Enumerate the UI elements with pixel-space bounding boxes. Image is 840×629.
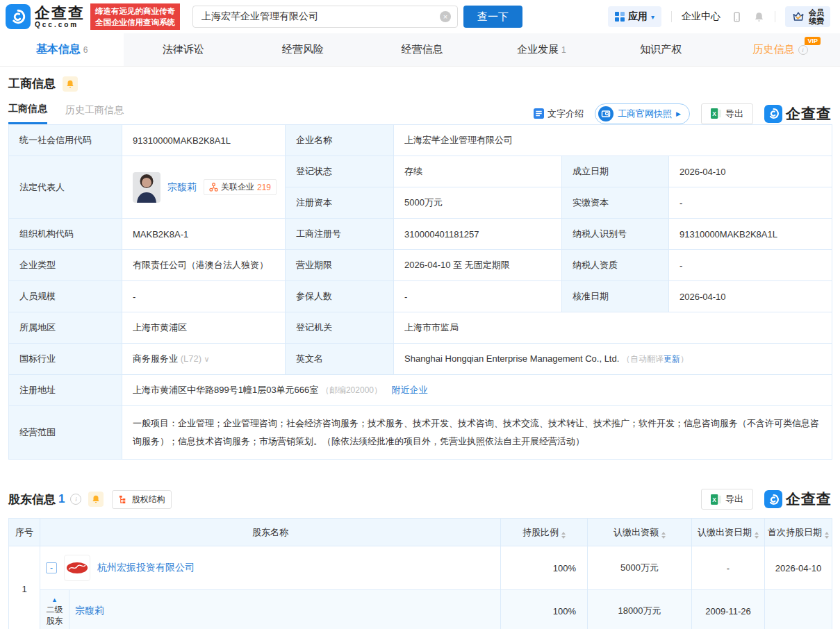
field-value-taxpayer-qual: - bbox=[669, 250, 832, 281]
field-label-en-name: 英文名 bbox=[286, 344, 394, 375]
amount-cell: 18000万元 bbox=[588, 590, 692, 629]
sort-icon bbox=[755, 532, 759, 539]
tier-collapse-toggle[interactable]: ▲ 二级 股东 bbox=[40, 590, 69, 629]
field-label-taxpayer-id: 纳税人识别号 bbox=[562, 219, 669, 250]
sort-icon bbox=[661, 532, 666, 539]
search-button[interactable]: 查一下 bbox=[463, 6, 522, 28]
info-icon: i bbox=[70, 494, 81, 505]
mobile-app-icon[interactable] bbox=[730, 10, 743, 23]
play-icon: ▶ bbox=[676, 110, 681, 117]
col-header-index: 序号 bbox=[9, 519, 40, 546]
org-chart-icon bbox=[209, 183, 218, 192]
date-cell: - bbox=[692, 546, 765, 590]
collapse-toggle[interactable]: - bbox=[46, 562, 57, 573]
brand-name: 企查查 bbox=[35, 6, 85, 21]
tab-legal-litigation[interactable]: 法律诉讼 bbox=[124, 33, 243, 66]
divider bbox=[775, 11, 775, 22]
equity-structure-button[interactable]: 股权结构 bbox=[112, 490, 172, 509]
monitor-bell-icon[interactable] bbox=[88, 492, 104, 507]
field-value-est-date: 2026-04-10 bbox=[669, 156, 832, 187]
field-value-taxpayer-id: 91310000MAKB2K8A1L bbox=[669, 219, 832, 250]
excel-icon: X bbox=[711, 494, 721, 505]
equity-chart-icon bbox=[119, 495, 128, 504]
field-value-paid-capital: - bbox=[669, 187, 832, 219]
col-header-amount[interactable]: 认缴出资额 bbox=[588, 519, 692, 546]
first-date-cell: 2026-04-10 bbox=[765, 546, 832, 590]
field-label-insured: 参保人数 bbox=[286, 281, 394, 312]
legal-rep-link[interactable]: 宗馥莉 bbox=[167, 181, 197, 194]
notification-bell-icon[interactable] bbox=[752, 10, 765, 23]
text-intro-button[interactable]: 文字介绍 bbox=[534, 108, 584, 120]
field-value-usci: 91310000MAKB2K8A1L bbox=[122, 125, 286, 156]
subtab-business-info[interactable]: 工商信息 bbox=[8, 103, 47, 124]
shareholder-name-cell: - 杭州宏振投资有限公司 bbox=[40, 546, 501, 590]
tab-count: 6 bbox=[83, 45, 88, 55]
shareholder-person-link[interactable]: 宗馥莉 bbox=[75, 605, 104, 617]
shareholder-sub-row: ▲ 二级 股东 宗馥莉 100% 18000万元 2009-11-26 bbox=[9, 590, 832, 629]
vip-badge: VIP bbox=[805, 37, 821, 45]
field-label-address: 注册地址 bbox=[9, 375, 122, 406]
field-value-reg-no: 310000401181257 bbox=[394, 219, 562, 250]
qcc-logo[interactable]: 企查查 Qcc.com bbox=[6, 4, 85, 29]
col-header-name: 股东名称 bbox=[40, 519, 501, 546]
field-value-address: 上海市黄浦区中华路899号1幢1层03单元666室 （邮编202000） 附近企… bbox=[122, 375, 832, 406]
svg-text:X: X bbox=[712, 496, 716, 503]
col-header-date[interactable]: 认缴出资日期 bbox=[692, 519, 765, 546]
clear-search-icon[interactable]: × bbox=[440, 11, 451, 22]
slogan-banner: 缔造有远见的商业传奇 全国企业信用查询系统 bbox=[90, 3, 180, 30]
tab-intellectual-property[interactable]: 知识产权 bbox=[601, 33, 720, 66]
export-button[interactable]: X 导出 bbox=[701, 103, 753, 124]
field-value-approval-date: 2026-04-10 bbox=[669, 281, 832, 312]
qcc-logo-icon bbox=[764, 105, 782, 123]
divider bbox=[671, 11, 672, 22]
first-date-cell bbox=[765, 590, 832, 629]
export-button[interactable]: X 导出 bbox=[701, 489, 753, 510]
tab-operation-info[interactable]: 经营信息 bbox=[363, 33, 482, 66]
official-snapshot-button[interactable]: 工商官网快照 ▶ bbox=[595, 103, 690, 124]
field-value-org-code: MAKB2K8A-1 bbox=[122, 219, 286, 250]
field-label-paid-capital: 实缴资本 bbox=[562, 187, 669, 219]
shareholders-count: 1 bbox=[58, 492, 65, 506]
info-icon: i bbox=[798, 45, 808, 55]
qcc-watermark-logo: 企查查 bbox=[764, 489, 832, 509]
slogan-line2: 全国企业信用查询系统 bbox=[95, 17, 175, 28]
search-input[interactable] bbox=[192, 6, 458, 28]
row-index: 1 bbox=[9, 546, 40, 629]
field-label-region: 所属地区 bbox=[9, 312, 122, 344]
subtab-history-business-info[interactable]: 历史工商信息 bbox=[65, 104, 124, 124]
sort-icon bbox=[825, 532, 829, 539]
related-companies-badge[interactable]: 关联企业 219 bbox=[204, 179, 277, 195]
monitor-bell-icon[interactable] bbox=[63, 76, 78, 92]
apps-label: 应用 bbox=[628, 10, 648, 23]
field-value-scope: 一般项目：企业管理；企业管理咨询；社会经济咨询服务；技术服务、技术开发、技术咨询… bbox=[122, 406, 832, 460]
apps-menu-button[interactable]: 应用 ▾ bbox=[608, 6, 661, 27]
field-value-company-name: 上海宏芊企业管理有限公司 bbox=[394, 125, 832, 156]
col-header-first-date[interactable]: 首次持股日期 bbox=[765, 519, 832, 546]
field-value-staff-size: - bbox=[122, 281, 286, 312]
field-label-industry: 国标行业 bbox=[9, 344, 122, 375]
en-name-update-link[interactable]: 更新 bbox=[664, 354, 680, 364]
tab-enterprise-development[interactable]: 企业发展1 bbox=[481, 33, 601, 66]
shareholder-company-link[interactable]: 杭州宏振投资有限公司 bbox=[97, 562, 195, 574]
nearby-companies-link[interactable]: 附近企业 bbox=[392, 385, 428, 395]
member-shield-icon bbox=[791, 10, 805, 24]
industry-expand-icon[interactable]: ∨ bbox=[204, 355, 210, 363]
tab-basic-info[interactable]: 基本信息6 bbox=[0, 33, 124, 66]
business-info-table: 统一社会信用代码 91310000MAKB2K8A1L 企业名称 上海宏芊企业管… bbox=[8, 124, 832, 460]
col-header-ratio[interactable]: 持股比例 bbox=[501, 519, 588, 546]
search-box: × bbox=[192, 6, 458, 28]
snapshot-icon bbox=[598, 106, 613, 121]
shareholders-title: 股东信息 bbox=[8, 492, 56, 508]
qcc-logo-icon bbox=[6, 4, 31, 29]
tab-history-info[interactable]: VIP 历史信息 i bbox=[720, 33, 840, 66]
field-value-industry: 商务服务业 (L72) ∨ bbox=[122, 344, 286, 375]
field-label-usci: 统一社会信用代码 bbox=[9, 125, 122, 156]
field-value-en-name: Shanghai Hongqian Enterprise Management … bbox=[394, 344, 832, 375]
tab-count: 1 bbox=[561, 45, 566, 55]
qcc-logo-icon bbox=[764, 490, 782, 508]
member-renew-button[interactable]: 会员 续费 bbox=[785, 6, 830, 27]
tab-operation-risk[interactable]: 经营风险 bbox=[243, 33, 363, 66]
legal-rep-photo[interactable] bbox=[133, 172, 160, 203]
sort-icon bbox=[561, 532, 566, 539]
enterprise-center-link[interactable]: 企业中心 bbox=[682, 10, 720, 23]
